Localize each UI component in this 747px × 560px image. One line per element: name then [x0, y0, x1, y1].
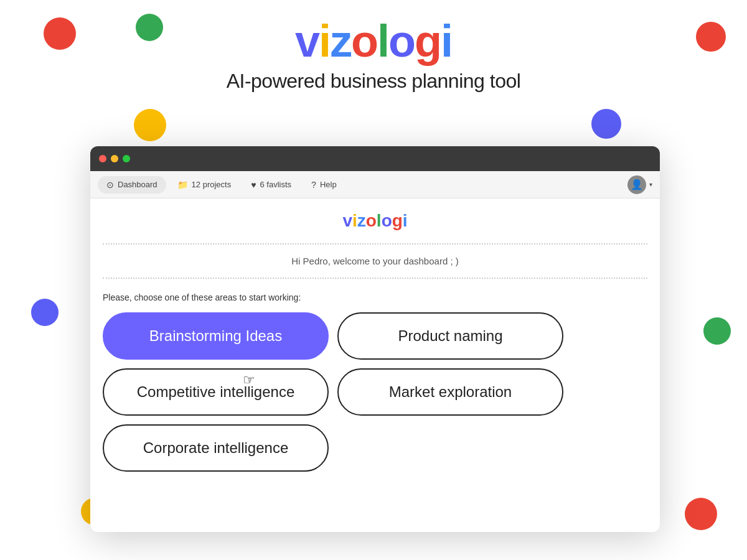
welcome-message: Hi Pedro, welcome to your dashboard ; ): [90, 251, 660, 271]
projects-icon: 📁: [177, 180, 188, 190]
tagline: AI-powered business planning tool: [0, 70, 747, 93]
nav-tab-help[interactable]: ? Help: [303, 176, 345, 194]
deco-circle-3: [134, 109, 166, 141]
nav-tab-help-label: Help: [320, 180, 337, 189]
browser-window: ⊙ Dashboard 📁 12 projects ♥ 6 favlists ?…: [90, 146, 660, 532]
dotted-line-bottom: [103, 278, 647, 279]
deco-circle-6: [31, 299, 59, 326]
areas-grid: Brainstorming Ideas Product naming Compe…: [90, 307, 576, 477]
deco-circle-7: [703, 317, 731, 345]
area-btn-market[interactable]: Market exploration: [337, 368, 563, 416]
area-btn-brainstorming[interactable]: Brainstorming Ideas: [103, 312, 329, 360]
help-icon: ?: [311, 180, 316, 190]
main-logo: vizologi: [0, 19, 747, 63]
nav-tab-dashboard-label: Dashboard: [118, 180, 157, 189]
nav-tab-projects-label: 12 projects: [192, 180, 232, 189]
dot-maximize[interactable]: [123, 155, 130, 162]
area-btn-product-naming[interactable]: Product naming: [337, 312, 563, 360]
nav-tab-favlists-label: 6 favlists: [260, 180, 292, 189]
browser-content: vizologi Hi Pedro, welcome to your dashb…: [90, 198, 660, 477]
nav-tab-favlists[interactable]: ♥ 6 favlists: [242, 176, 300, 194]
user-avatar[interactable]: 👤: [627, 175, 646, 194]
favlists-icon: ♥: [251, 180, 256, 190]
avatar-dropdown-arrow[interactable]: ▾: [649, 181, 652, 188]
nav-tab-projects[interactable]: 📁 12 projects: [169, 176, 240, 194]
dot-close[interactable]: [99, 155, 106, 162]
deco-circle-10: [685, 498, 717, 530]
inner-logo: vizologi: [90, 198, 660, 237]
choose-label: Please, choose one of these areas to sta…: [90, 285, 660, 307]
area-btn-competitive[interactable]: Competitive intelligence: [103, 368, 329, 416]
nav-tab-dashboard[interactable]: ⊙ Dashboard: [98, 176, 166, 194]
dotted-line-top: [103, 243, 647, 245]
browser-nav: ⊙ Dashboard 📁 12 projects ♥ 6 favlists ?…: [90, 171, 660, 198]
deco-circle-4: [591, 109, 621, 139]
dot-minimize[interactable]: [111, 155, 118, 162]
browser-chrome: [90, 146, 660, 171]
area-btn-corporate[interactable]: Corporate intelligence: [103, 424, 329, 472]
header: vizologi AI-powered business planning to…: [0, 0, 747, 93]
dashboard-icon: ⊙: [106, 180, 114, 190]
